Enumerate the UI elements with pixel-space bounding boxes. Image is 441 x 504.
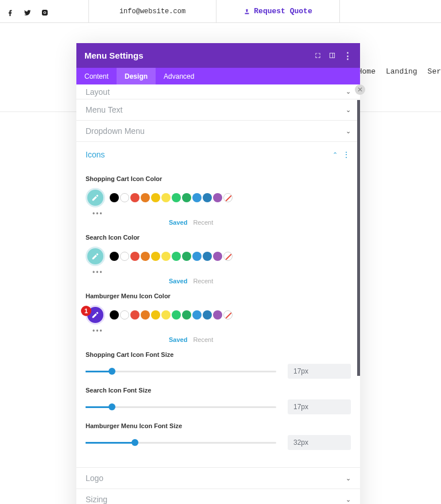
nav-links: Home Landing Ser (358, 67, 441, 76)
kebab-icon[interactable]: ⋮ (343, 51, 352, 60)
tab-content[interactable]: Content (76, 68, 117, 84)
chevron-down-icon: ⌄ (346, 88, 351, 95)
section-label: Layout (86, 87, 110, 97)
modal-header[interactable]: Menu Settings ⋮ (76, 43, 360, 68)
menu-settings-modal: Menu Settings ⋮ ✕ Content Design Advance… (76, 43, 360, 112)
tab-advanced[interactable]: Advanced (156, 68, 202, 84)
tab-design[interactable]: Design (117, 68, 156, 84)
twitter-icon[interactable] (24, 8, 31, 15)
social-icons (0, 0, 89, 22)
instagram-icon[interactable] (41, 8, 48, 15)
topbar-email[interactable]: info@website.com (89, 0, 216, 22)
upload-icon (243, 8, 250, 15)
nav-services[interactable]: Ser (428, 67, 441, 76)
modal-body: Layout⌄ Menu Text⌄ Dropdown Menu⌄ Icons … (76, 84, 360, 112)
section-label: Menu Text (86, 105, 122, 112)
nav-home[interactable]: Home (358, 67, 376, 76)
svg-rect-0 (330, 53, 334, 57)
section-layout[interactable]: Layout⌄ (76, 84, 360, 99)
snap-icon[interactable] (329, 51, 335, 60)
modal-title: Menu Settings (84, 51, 144, 60)
chevron-down-icon: ⌄ (346, 106, 351, 113)
expand-icon[interactable] (315, 51, 321, 60)
request-quote-link[interactable]: Request Quote (216, 0, 340, 22)
section-menu-text[interactable]: Menu Text⌄ (76, 99, 360, 112)
scrollbar[interactable] (357, 100, 360, 112)
modal-tabs: Content Design Advanced (76, 68, 360, 84)
nav-landing[interactable]: Landing (386, 67, 417, 76)
request-quote-label: Request Quote (254, 7, 312, 16)
topbar: info@website.com Request Quote (0, 0, 441, 23)
facebook-icon[interactable] (7, 8, 14, 15)
